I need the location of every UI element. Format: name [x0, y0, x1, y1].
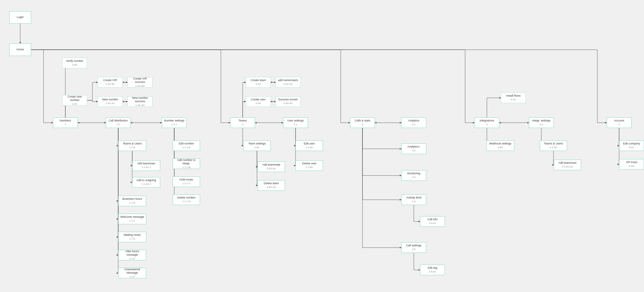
flow-node-teams-users[interactable]: Teams & Users1.1-A — [118, 140, 146, 151]
node-title: User settings — [287, 119, 304, 123]
flow-node-webhook[interactable]: Webhook settings4-B1 — [486, 140, 514, 151]
node-title: Add number to integr. — [174, 158, 198, 166]
node-sub: 1-A1 — [72, 103, 77, 106]
node-title: Number settings — [164, 119, 184, 123]
node-title: Account — [614, 119, 624, 123]
flow-node-create-user[interactable]: Create user2-A2 — [246, 96, 271, 107]
node-title: Integrations — [479, 119, 494, 123]
node-title: Activity feed — [406, 196, 422, 200]
flow-node-hold-music[interactable]: Hold music1.1.1-C — [173, 176, 200, 187]
flow-node-int-add-team[interactable]: Add team/user4.1-A1-A1 — [554, 160, 581, 170]
flow-node-number-settings[interactable]: Number settings1.1.1 — [162, 117, 187, 128]
flow-node-delete-team[interactable]: Delete team2-B1-A2 — [258, 180, 285, 191]
flow-node-analytics[interactable]: Analytics3.1 — [401, 117, 426, 128]
flow-node-after-hours[interactable]: After hours message1.1-E — [118, 250, 146, 260]
flow-edge — [487, 98, 501, 117]
node-sub: 1.1-A — [129, 146, 135, 149]
node-title: Create IVR success — [129, 77, 151, 84]
flow-node-delete-user[interactable]: Delete user2.1-B1 — [296, 160, 323, 171]
node-title: After hours message — [120, 250, 145, 257]
flow-node-home[interactable]: Home — [9, 43, 31, 56]
flow-node-numbers[interactable]: Numbers1 — [53, 117, 78, 128]
node-title: Analytics — [408, 119, 419, 123]
flow-node-unanswered[interactable]: Unanswered Message1.1-F — [118, 268, 146, 278]
flow-node-activity-feed[interactable]: Activity feed3.4 — [401, 194, 426, 205]
flow-node-install-flows[interactable]: Install flows4-A1 — [501, 93, 526, 103]
flow-node-create-team[interactable]: Create team2-A1 — [246, 77, 271, 88]
flow-node-team-settings[interactable]: Team settings2-B1 — [243, 140, 271, 151]
node-title: Edit user — [304, 142, 315, 146]
flow-node-call-dist[interactable]: Call distribution1.1 — [106, 117, 131, 128]
flow-node-call-settings[interactable]: Call settings3.5 — [401, 242, 426, 253]
flow-edge — [243, 82, 246, 117]
flow-node-verify-number[interactable]: Verify number1-B1 — [62, 58, 87, 68]
flow-edge — [62, 63, 65, 117]
flow-node-add-num-int[interactable]: Add number to integr.1.1.1-B — [173, 158, 200, 169]
flow-node-monitoring[interactable]: Monitoring3.3 — [401, 170, 426, 181]
flow-node-welcome-msg[interactable]: Welcome message1.1-C — [118, 214, 146, 224]
node-title: Add team/user — [558, 161, 577, 165]
flow-node-integr-settings[interactable]: Integr. settings4.1 — [529, 117, 554, 128]
flow-node-call-info[interactable]: Call info3.4-A1 — [420, 216, 445, 227]
flow-node-success-screen[interactable]: Success screen2-A2-A1 — [276, 96, 301, 107]
node-sub: 1.1-D — [129, 237, 135, 240]
flow-edge — [87, 82, 98, 100]
node-title: Install flows — [506, 94, 521, 98]
node-title: API Keys — [626, 161, 637, 164]
flow-node-add-team-user[interactable]: Add team/user1.1-A1.1 — [132, 160, 160, 171]
flow-node-new-num-success[interactable]: New number success1-A1-A2 — [128, 96, 152, 107]
flow-node-login[interactable]: Login — [9, 11, 31, 24]
flow-node-integrations[interactable]: Integrations4 — [474, 117, 499, 128]
flow-node-calls-stats[interactable]: Calls & stats3 — [350, 117, 375, 128]
node-title: Numbers — [60, 119, 71, 123]
node-sub: 4-B1 — [498, 146, 503, 149]
flow-node-api-keys[interactable]: API Keys5-A2 — [619, 159, 644, 170]
node-sub: 4 — [486, 123, 488, 126]
node-title: Delete number — [177, 196, 195, 200]
node-title: Webhook settings — [489, 142, 511, 146]
node-sub: 2-A2-A1 — [283, 102, 292, 105]
flow-node-account[interactable]: Account5 — [607, 117, 632, 128]
flow-node-edit-tag[interactable]: Edit tag3.5-A1 — [420, 265, 445, 275]
node-sub: 1.1-A1.1 — [142, 166, 151, 169]
flow-node-int-teams-users[interactable]: Teams & Users4.1-A1 — [540, 140, 567, 151]
node-title: Teams & Users — [544, 142, 563, 146]
node-title: Integr. settings — [532, 119, 551, 123]
flow-node-edit-number[interactable]: Edit number1.1.1-A — [173, 140, 200, 151]
node-title: Create IVR — [103, 79, 117, 82]
node-title: Team settings — [248, 142, 266, 146]
flow-node-edit-user[interactable]: Edit user2.1-A1 — [296, 140, 323, 151]
node-sub: 1 — [65, 123, 66, 126]
flow-edge — [87, 100, 98, 102]
node-title: Create team — [250, 79, 266, 82]
node-sub: 3.4-A1 — [429, 222, 436, 225]
node-title: Login — [17, 16, 24, 19]
node-title: Verify number — [66, 59, 83, 63]
node-sub: 3.3 — [412, 176, 415, 179]
node-sub: 5-A2 — [629, 165, 634, 168]
flow-node-teams[interactable]: Teams2 — [230, 117, 255, 128]
flow-node-new-number[interactable]: New number1-A1-A1 — [98, 96, 123, 107]
flow-node-create-new-num[interactable]: Create new number1-A1 — [62, 95, 87, 106]
flow-node-add-outgoing[interactable]: Add to outgoing1.1-A1.2 — [132, 177, 160, 188]
flow-node-user-settings[interactable]: User settings2.1 — [283, 117, 308, 128]
flow-node-add-teammate[interactable]: Add teammate2-B1-A1 — [258, 162, 285, 172]
node-title: Edit number — [179, 142, 194, 146]
node-sub: 1.1-A1.2 — [142, 183, 151, 186]
flow-node-create-ivr[interactable]: Create IVR1-A1-B1 — [98, 77, 123, 88]
node-sub: 1.1-B — [129, 201, 135, 204]
node-sub: 1.1.1-B — [182, 166, 190, 169]
flow-node-add-name-users[interactable]: add name/users2-A1-A1 — [276, 77, 301, 88]
flow-node-delete-number[interactable]: Delete number1.1.1-D — [173, 194, 200, 205]
flow-edge — [362, 128, 401, 176]
flow-node-business-hours[interactable]: Business Hours1.1-B — [118, 196, 146, 206]
flow-edge — [362, 128, 401, 200]
flow-node-edit-company[interactable]: Edit company5-A1 — [619, 140, 644, 151]
flow-node-waiting-music[interactable]: Waiting music1.1-D — [118, 232, 146, 242]
flow-node-analytics-plus[interactable]: Analytics+3.2 — [401, 144, 426, 154]
node-title: Business Hours — [122, 197, 142, 201]
flow-node-ivr-success[interactable]: Create IVR success1-A1-B2 — [128, 77, 152, 88]
node-sub: 3.2 — [412, 149, 415, 152]
node-title: Delete user — [302, 162, 316, 166]
node-sub: 3.5-A1 — [429, 270, 436, 273]
